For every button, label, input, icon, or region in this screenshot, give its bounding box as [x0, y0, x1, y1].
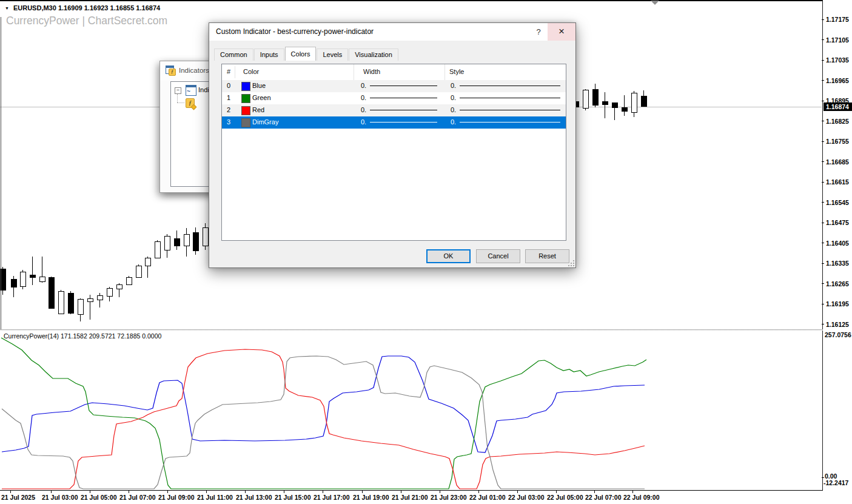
style-value: 0.: [451, 94, 456, 101]
time-tick: [401, 491, 401, 493]
time-tick-label: 21 Jul 15:00: [275, 494, 311, 501]
chart-top-border: [0, 0, 852, 1]
indicator-line-green: [1, 338, 646, 489]
tab-inputs[interactable]: Inputs: [254, 49, 284, 61]
time-tick: [362, 491, 363, 493]
candle: [602, 92, 608, 118]
axis-tick: [822, 101, 824, 101]
candle: [583, 89, 588, 110]
axis-tick: [822, 263, 824, 264]
watermark: CurrencyPower | ChartSecret.com: [6, 15, 167, 27]
row-index: 1: [227, 94, 230, 101]
tree-connector: [177, 94, 178, 102]
ok-button[interactable]: OK: [426, 249, 471, 263]
price-axis[interactable]: 1.16874 257.0756 0.00 -12.2417 1.171751.…: [823, 0, 852, 490]
tab-common[interactable]: Common: [214, 49, 253, 61]
axis-tick: [822, 80, 824, 81]
candle: [97, 293, 102, 307]
time-tick: [245, 491, 246, 493]
price-tick-label: 1.17035: [826, 56, 849, 64]
style-value: 0.: [451, 82, 456, 89]
time-tick: [323, 491, 323, 493]
column-header-color[interactable]: Color: [243, 68, 259, 75]
tab-visualization[interactable]: Visualization: [349, 49, 398, 61]
indicators-window-icon: ƒ: [166, 66, 176, 76]
tab-levels[interactable]: Levels: [317, 49, 348, 61]
price-tick-label: 1.16405: [826, 240, 849, 247]
table-body: 0Blue0.0.1Green0.0.2Red0.0.3DimGray0.0.: [222, 80, 566, 129]
candle: [622, 95, 627, 116]
candle: [174, 230, 179, 250]
price-tick-label: 1.16965: [826, 77, 849, 84]
style-line-sample: [460, 98, 560, 98]
candle: [164, 234, 170, 258]
time-tick: [10, 491, 11, 493]
tab-colors[interactable]: Colors: [285, 47, 317, 61]
style-line-sample: [460, 110, 560, 110]
dialog-titlebar[interactable]: Custom Indicator - best-currency-power-i…: [209, 23, 575, 41]
axis-tick: [822, 223, 824, 223]
row-index: 0: [227, 82, 230, 89]
candle: [612, 102, 617, 120]
candle: [145, 257, 150, 278]
time-tick: [556, 491, 557, 493]
width-value: 0.: [361, 106, 366, 113]
candle: [87, 295, 93, 320]
candle: [107, 287, 112, 301]
color-name: Green: [252, 94, 271, 101]
time-tick-label: 21 Jul 13:00: [236, 494, 272, 501]
width-line-sample: [370, 86, 437, 86]
candle: [20, 270, 25, 289]
axis-tick: [822, 161, 824, 162]
time-tick-label: 22 Jul 01:00: [469, 494, 506, 501]
price-tick-label: 1.16195: [826, 300, 849, 307]
dialog-tabs: CommonInputsColorsLevelsVisualization: [214, 47, 399, 61]
function-badge-icon: ƒ: [169, 69, 176, 76]
color-swatch[interactable]: [241, 94, 250, 103]
time-tick-label: 21 Jul 17:00: [314, 494, 350, 501]
color-row-green[interactable]: 1Green0.0.: [222, 92, 566, 104]
style-line-sample: [460, 86, 560, 86]
axis-tick: [822, 477, 824, 478]
color-swatch[interactable]: [241, 106, 250, 115]
axis-tick: [822, 202, 824, 203]
chart-shift-marker-icon[interactable]: [651, 1, 659, 5]
column-header-style[interactable]: Style: [449, 68, 464, 75]
tree-collapse-icon[interactable]: −: [175, 87, 181, 94]
candle: [136, 264, 141, 278]
candle: [49, 277, 54, 309]
cancel-button[interactable]: Cancel: [476, 249, 520, 263]
indicator-group-icon: ~: [186, 85, 196, 96]
color-swatch[interactable]: [241, 82, 250, 91]
candle: [592, 84, 598, 107]
price-tick-label: 1.16545: [826, 199, 849, 206]
column-header-index[interactable]: #: [227, 68, 230, 75]
indicator-lines-canvas: [0, 331, 822, 490]
candle: [193, 227, 198, 255]
candle: [30, 257, 35, 285]
candle: [203, 223, 208, 250]
column-header-width[interactable]: Width: [363, 68, 380, 75]
time-tick-label: 21 Jul 05:00: [81, 494, 117, 501]
style-value: 0.: [451, 106, 456, 113]
indicator-subwindow[interactable]: [0, 331, 822, 490]
close-button[interactable]: ×: [548, 23, 575, 41]
color-row-blue[interactable]: 0Blue0.0.: [222, 80, 566, 92]
color-swatch[interactable]: [241, 118, 250, 127]
width-line-sample: [370, 110, 437, 110]
time-tick-label: 21 Jul 03:00: [42, 494, 78, 501]
color-name: Blue: [252, 82, 266, 89]
time-tick-label: 22 Jul 03:00: [508, 494, 545, 501]
color-row-red[interactable]: 2Red0.0.: [222, 104, 566, 116]
indicator-line-blue: [2, 356, 645, 452]
candle: [78, 298, 83, 321]
candle: [58, 290, 64, 314]
symbol-collapse-icon[interactable]: ▼: [5, 6, 9, 10]
column-separator: [235, 66, 235, 78]
resize-grip[interactable]: [573, 265, 574, 266]
help-button[interactable]: ?: [529, 23, 548, 41]
reset-button[interactable]: Reset: [525, 249, 569, 263]
indicators-window-title: Indicators: [179, 67, 209, 74]
time-axis[interactable]: 21 Jul 202521 Jul 03:0021 Jul 05:0021 Ju…: [0, 490, 852, 504]
color-row-dimgray[interactable]: 3DimGray0.0.: [222, 116, 566, 129]
